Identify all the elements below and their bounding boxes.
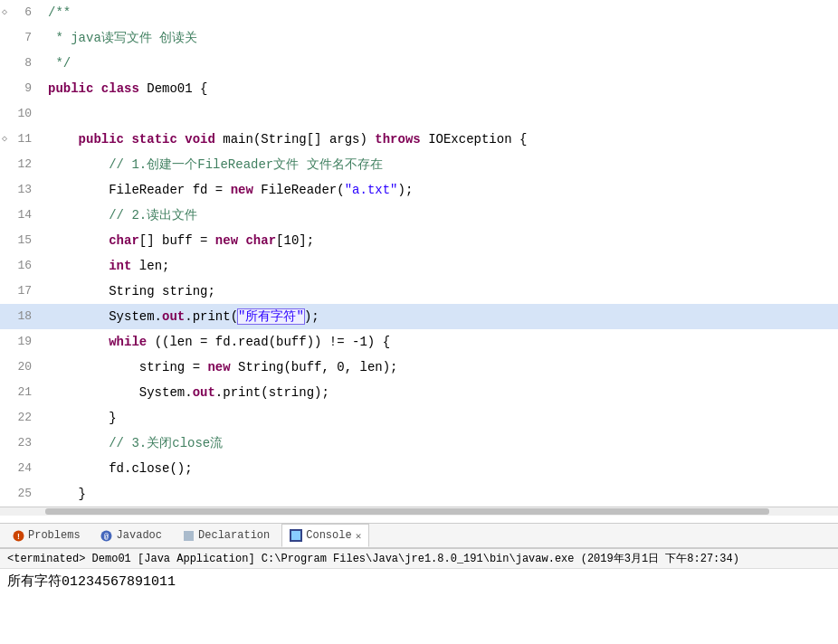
code-line: int len; bbox=[41, 253, 838, 279]
code-line: * java读写文件 创读关 bbox=[41, 25, 838, 51]
code-row: ◇6/** bbox=[0, 0, 838, 25]
code-editor: ◇6/**7 * java读写文件 创读关8 */9public class D… bbox=[0, 0, 838, 523]
line-number: 16 bbox=[0, 253, 41, 279]
code-line: System.out.print("所有字符"); bbox=[41, 304, 838, 329]
scrollbar-thumb[interactable] bbox=[45, 508, 769, 515]
svg-text:!: ! bbox=[15, 533, 20, 542]
code-row: 23 // 3.关闭close流 bbox=[0, 431, 838, 456]
svg-rect-6 bbox=[291, 531, 300, 540]
console-icon bbox=[290, 529, 302, 542]
code-line: public static void main(String[] args) t… bbox=[41, 127, 838, 152]
tab-problems[interactable]: ! Problems bbox=[4, 524, 89, 547]
code-line: FileReader fd = new FileReader("a.txt"); bbox=[41, 177, 838, 203]
code-line: public class Demo01 { bbox=[41, 76, 838, 101]
line-number: 15 bbox=[0, 228, 41, 253]
tab-problems-label: Problems bbox=[28, 529, 81, 542]
code-line: fd.close(); bbox=[41, 456, 838, 481]
code-line: System.out.print(string); bbox=[41, 380, 838, 405]
svg-rect-4 bbox=[184, 531, 194, 541]
code-table: ◇6/**7 * java读写文件 创读关8 */9public class D… bbox=[0, 0, 838, 507]
code-row: 14 // 2.读出文件 bbox=[0, 203, 838, 228]
line-number: 13 bbox=[0, 177, 41, 203]
code-row: 25 } bbox=[0, 481, 838, 507]
code-line: String string; bbox=[41, 279, 838, 304]
code-row: 16 int len; bbox=[0, 253, 838, 279]
code-row: 19 while ((len = fd.read(buff)) != -1) { bbox=[0, 329, 838, 355]
line-number: 8 bbox=[0, 51, 41, 76]
code-line: // 2.读出文件 bbox=[41, 203, 838, 228]
code-row: 18 System.out.print("所有字符"); bbox=[0, 304, 838, 329]
line-number: 7 bbox=[0, 25, 41, 51]
svg-text:@: @ bbox=[104, 533, 110, 542]
code-line: /** bbox=[41, 0, 838, 25]
code-line: char[] buff = new char[10]; bbox=[41, 228, 838, 253]
console-output: 所有字符01234567891011 bbox=[0, 569, 838, 593]
tab-javadoc[interactable]: @ Javadoc bbox=[92, 524, 170, 547]
line-number: 12 bbox=[0, 152, 41, 177]
code-row: 21 System.out.print(string); bbox=[0, 380, 838, 405]
line-number: ◇6 bbox=[0, 0, 41, 25]
decl-icon bbox=[182, 529, 195, 542]
line-number: 20 bbox=[0, 355, 41, 380]
code-line: */ bbox=[41, 51, 838, 76]
code-row: 20 string = new String(buff, 0, len); bbox=[0, 355, 838, 380]
console-panel: <terminated> Demo01 [Java Application] C… bbox=[0, 548, 838, 593]
tab-declaration-label: Declaration bbox=[198, 529, 270, 542]
code-line: } bbox=[41, 481, 838, 507]
code-line: while ((len = fd.read(buff)) != -1) { bbox=[41, 329, 838, 355]
info-icon: @ bbox=[100, 529, 113, 542]
console-status: <terminated> Demo01 [Java Application] C… bbox=[0, 549, 838, 569]
line-number: 22 bbox=[0, 405, 41, 431]
line-number: 18 bbox=[0, 304, 41, 329]
collapse-arrow[interactable]: ◇ bbox=[2, 0, 7, 25]
collapse-arrow[interactable]: ◇ bbox=[2, 127, 7, 152]
code-line: string = new String(buff, 0, len); bbox=[41, 355, 838, 380]
line-number: 9 bbox=[0, 76, 41, 101]
code-row: 12 // 1.创建一个FileReader文件 文件名不存在 bbox=[0, 152, 838, 177]
code-row: 24 fd.close(); bbox=[0, 456, 838, 481]
code-row: 9public class Demo01 { bbox=[0, 76, 838, 101]
tab-console-label: Console bbox=[306, 529, 351, 542]
tab-javadoc-label: Javadoc bbox=[117, 529, 162, 542]
tab-declaration[interactable]: Declaration bbox=[174, 524, 278, 547]
code-row: 8 */ bbox=[0, 51, 838, 76]
code-row: 15 char[] buff = new char[10]; bbox=[0, 228, 838, 253]
code-row: 7 * java读写文件 创读关 bbox=[0, 25, 838, 51]
line-number: 24 bbox=[0, 456, 41, 481]
line-number: 17 bbox=[0, 279, 41, 304]
code-line bbox=[41, 101, 838, 127]
line-number: 25 bbox=[0, 481, 41, 507]
line-number: 10 bbox=[0, 101, 41, 127]
line-number: 19 bbox=[0, 329, 41, 355]
code-line: // 3.关闭close流 bbox=[41, 431, 838, 456]
code-row: 10 bbox=[0, 101, 838, 127]
line-number: 21 bbox=[0, 380, 41, 405]
warning-icon: ! bbox=[12, 529, 24, 542]
editor-scrollbar[interactable] bbox=[0, 507, 838, 516]
code-line: // 1.创建一个FileReader文件 文件名不存在 bbox=[41, 152, 838, 177]
code-row: 13 FileReader fd = new FileReader("a.txt… bbox=[0, 177, 838, 203]
code-row: ◇11 public static void main(String[] arg… bbox=[0, 127, 838, 152]
line-number: 23 bbox=[0, 431, 41, 456]
tab-console[interactable]: Console ✕ bbox=[281, 524, 369, 547]
console-close-icon[interactable]: ✕ bbox=[356, 530, 362, 542]
line-number: 14 bbox=[0, 203, 41, 228]
code-row: 22 } bbox=[0, 405, 838, 431]
code-row: 17 String string; bbox=[0, 279, 838, 304]
code-line: } bbox=[41, 405, 838, 431]
line-number: ◇11 bbox=[0, 127, 41, 152]
tab-bar: ! Problems @ Javadoc Declaration Console… bbox=[0, 523, 838, 548]
